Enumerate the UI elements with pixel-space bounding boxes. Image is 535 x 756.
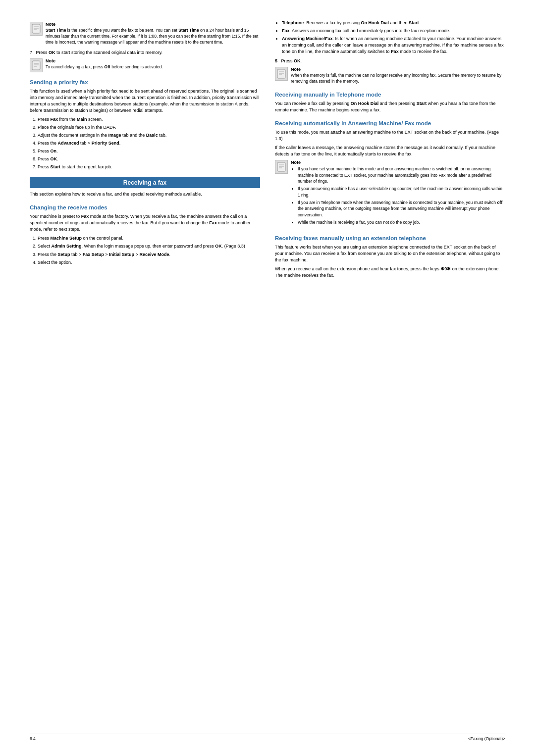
sending-heading: Sending a priority fax: [30, 79, 260, 85]
bullet-telephone: Telephone: Receives a fax by pressing On…: [282, 20, 505, 26]
svg-rect-8: [277, 69, 285, 78]
sending-step-5: Press On.: [38, 148, 260, 154]
footer-page-number: 6.4: [30, 736, 36, 741]
sending-step-4: Press the Advanced tab > Priority Send.: [38, 140, 260, 147]
changing-step-2: Select Admin Setting. When the login mes…: [38, 243, 260, 250]
bullets-top: Telephone: Receives a fax by pressing On…: [282, 20, 505, 55]
note-bullets-4: If you have set your machine to this mod…: [298, 166, 505, 225]
changing-step-3: Press the Setup tab > Fax Setup > Initia…: [38, 252, 260, 258]
changing-steps: Press Machine Setup on the control panel…: [38, 235, 260, 265]
note-content-2: Note To cancel delaying a fax, press Off…: [46, 58, 260, 70]
note-icon-1: [30, 22, 43, 36]
step5-text: 5 Press OK.: [275, 58, 505, 64]
note-icon-3: [275, 67, 288, 81]
note-text-2: To cancel delaying a fax, press Off befo…: [46, 64, 260, 70]
note-bullet-3: If you are in Telephone mode when the an…: [298, 200, 505, 218]
note-title-1: Note: [46, 22, 260, 27]
note-icon-2: [30, 58, 43, 72]
note-icon-4: [275, 160, 288, 174]
footer-section-title: <Faxing (Optional)>: [468, 736, 505, 741]
step7a-text: 7 Press OK to start storing the scanned …: [30, 50, 260, 56]
page: Note Start Time is the specific time you…: [0, 0, 535, 756]
sending-step-7: Press Start to start the urgent fax job.: [38, 164, 260, 170]
right-column: Telephone: Receives a fax by pressing On…: [275, 20, 505, 281]
sending-step-1: Press Fax from the Main screen.: [38, 116, 260, 123]
note-bullet-2: If your answering machine has a user-sel…: [298, 186, 505, 198]
note-text-3: When the memory is full, the machine can…: [291, 73, 505, 85]
footer: 6.4 <Faxing (Optional)>: [30, 734, 505, 741]
receiving-auto-desc2: If the caller leaves a message, the answ…: [275, 145, 505, 157]
receiving-bar: Receiving a fax: [30, 177, 260, 188]
svg-rect-12: [277, 162, 285, 171]
receiving-auto-heading: Receiving automatically in Answering Mac…: [275, 120, 505, 126]
note-box-3: Note When the memory is full, the machin…: [275, 67, 505, 85]
changing-step-1: Press Machine Setup on the control panel…: [38, 235, 260, 242]
note-bullet-1: If you have set your machine to this mod…: [298, 166, 505, 184]
note-content-3: Note When the memory is full, the machin…: [291, 67, 505, 85]
changing-heading: Changing the receive modes: [30, 204, 260, 210]
svg-rect-4: [32, 61, 40, 70]
note-title-2: Note: [46, 58, 260, 63]
receiving-ext-desc2: When you receive a call on the extension…: [275, 266, 505, 279]
sending-desc: This function is used when a high priori…: [30, 88, 260, 114]
receiving-manually-desc: You can receive a fax call by pressing O…: [275, 101, 505, 113]
note-box-1: Note Start Time is the specific time you…: [30, 22, 260, 46]
note-title-4: Note: [291, 160, 505, 165]
receiving-desc: This section explains how to receive a f…: [30, 191, 260, 198]
receiving-ext-desc1: This feature works best when you are usi…: [275, 244, 505, 263]
bullet-fax: Fax: Answers an incoming fax call and im…: [282, 28, 505, 34]
sending-steps: Press Fax from the Main screen. Place th…: [38, 116, 260, 170]
note-text-1: Start Time is the specific time you want…: [46, 28, 260, 46]
changing-step-4: Select the option.: [38, 259, 260, 266]
note-box-4: Note If you have set your machine to thi…: [275, 160, 505, 228]
note-bullet-4: While the machine is receiving a fax, yo…: [298, 219, 505, 225]
note-box-2: Note To cancel delaying a fax, press Off…: [30, 58, 260, 72]
sending-step-6: Press OK.: [38, 156, 260, 162]
sending-step-3: Adjust the document settings in the Imag…: [38, 132, 260, 139]
svg-rect-0: [32, 24, 40, 33]
note-title-3: Note: [291, 67, 505, 72]
receiving-manually-heading: Receiving manually in Telephone mode: [275, 92, 505, 98]
sending-step-2: Place the originals face up in the DADF.: [38, 124, 260, 131]
left-column: Note Start Time is the specific time you…: [30, 20, 260, 281]
receiving-auto-desc1: To use this mode, you must attache an an…: [275, 129, 505, 142]
note-content-1: Note Start Time is the specific time you…: [46, 22, 260, 46]
changing-desc: Your machine is preset to Fax mode at th…: [30, 213, 260, 233]
bullet-answering: Answering Machine/Fax: Is for when an an…: [282, 36, 505, 55]
receiving-ext-heading: Receiving faxes manually using an extens…: [275, 235, 505, 241]
note-content-4: Note If you have set your machine to thi…: [291, 160, 505, 228]
